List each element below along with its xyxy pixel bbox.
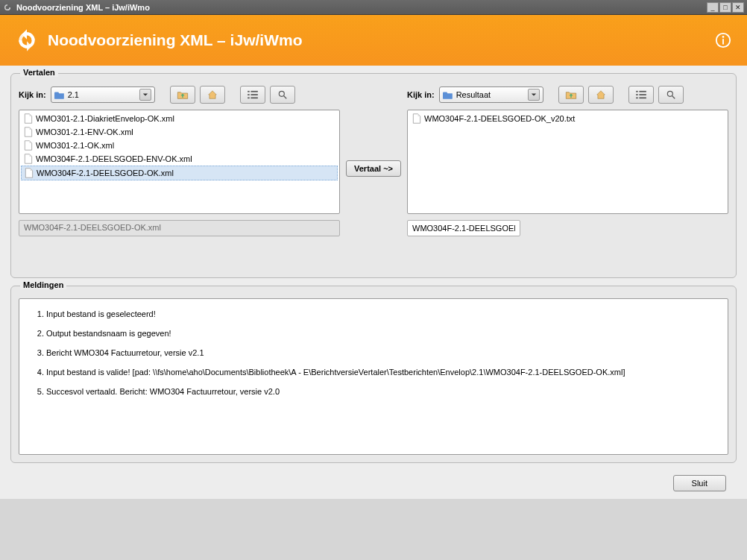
svg-line-10 xyxy=(283,96,286,99)
file-item[interactable]: WMO304F-2.1-DEELSGOED-OK.xml xyxy=(21,166,338,180)
chevron-down-icon xyxy=(139,89,151,101)
file-item[interactable]: WMO301-2.1-OK.xml xyxy=(21,139,338,152)
file-item[interactable]: WMO301-2.1-DiakrietEnvelop-OK.xml xyxy=(21,112,338,125)
svg-point-9 xyxy=(279,91,284,96)
page-title: Noodvoorziening XML – iJw/iWmo xyxy=(48,31,302,49)
target-filename-field[interactable] xyxy=(407,220,520,236)
info-button[interactable] xyxy=(714,31,732,49)
home-button-left[interactable] xyxy=(200,86,225,104)
meldingen-fieldset: Meldingen Input bestand is geselecteerd!… xyxy=(10,286,737,463)
target-file-list[interactable]: WMO304F-2.1-DEELSGOED-OK_v20.txt xyxy=(407,110,728,214)
message-item: Input bestand is geselecteerd! xyxy=(46,309,714,318)
vertalen-fieldset: Vertalen Kijk in: 2.1 xyxy=(10,73,737,278)
file-name: WMO304F-2.1-DEELSGOED-OK_v20.txt xyxy=(424,114,575,123)
svg-rect-13 xyxy=(636,94,638,95)
file-name: WMO301-2.1-DiakrietEnvelop-OK.xml xyxy=(36,114,174,123)
up-folder-button-right[interactable] xyxy=(558,86,584,104)
source-filename-field: WMO304F-2.1-DEELSGOED-OK.xml xyxy=(19,220,340,236)
header-banner: Noodvoorziening XML – iJw/iWmo xyxy=(0,15,747,66)
svg-rect-12 xyxy=(639,91,646,92)
file-icon xyxy=(24,127,33,137)
svg-rect-8 xyxy=(250,97,257,98)
file-name: WMO304F-2.1-DEELSGOED-ENV-OK.xml xyxy=(36,154,192,163)
svg-line-18 xyxy=(672,96,675,99)
file-item[interactable]: WMO301-2.1-ENV-OK.xml xyxy=(21,125,338,139)
meldingen-legend: Meldingen xyxy=(20,280,66,289)
title-bar: Noodvoorziening XML – iJw/iWmo _ □ ✕ xyxy=(0,0,747,15)
target-panel: Kijk in: Resultaat xyxy=(407,86,728,270)
look-in-label-left: Kijk in: xyxy=(19,90,46,99)
svg-rect-14 xyxy=(639,94,646,95)
svg-point-1 xyxy=(722,36,725,38)
svg-rect-5 xyxy=(248,94,250,95)
minimize-button[interactable]: _ xyxy=(707,2,719,13)
svg-rect-6 xyxy=(250,94,257,95)
look-in-label-right: Kijk in: xyxy=(407,90,435,99)
details-view-button-right[interactable] xyxy=(658,86,684,104)
file-item[interactable]: WMO304F-2.1-DEELSGOED-ENV-OK.xml xyxy=(21,152,338,166)
list-view-button-left[interactable] xyxy=(240,86,265,104)
message-item: Output bestandsnaam is gegeven! xyxy=(46,329,714,338)
folder-icon xyxy=(54,90,65,99)
app-icon xyxy=(3,3,12,12)
messages-list: Input bestand is geselecteerd!Output bes… xyxy=(33,309,714,396)
file-icon xyxy=(24,154,33,164)
source-panel: Kijk in: 2.1 xyxy=(19,86,340,270)
messages-box: Input bestand is geselecteerd!Output bes… xyxy=(19,298,728,455)
file-icon xyxy=(25,168,34,178)
file-icon xyxy=(24,140,33,151)
source-file-list[interactable]: WMO301-2.1-DiakrietEnvelop-OK.xmlWMO301-… xyxy=(19,110,340,214)
close-button[interactable]: Sluit xyxy=(673,475,726,491)
chevron-down-icon xyxy=(528,89,540,101)
svg-point-17 xyxy=(667,91,672,96)
details-view-button-left[interactable] xyxy=(270,86,295,104)
close-window-button[interactable]: ✕ xyxy=(732,2,744,13)
svg-rect-7 xyxy=(248,97,250,98)
file-icon xyxy=(24,113,33,124)
home-button-right[interactable] xyxy=(588,86,614,104)
file-name: WMO301-2.1-OK.xml xyxy=(36,141,114,150)
translate-button[interactable]: Vertaal ~> xyxy=(346,160,401,177)
refresh-icon xyxy=(15,28,39,52)
svg-rect-16 xyxy=(639,97,646,98)
svg-rect-15 xyxy=(636,97,638,98)
svg-rect-11 xyxy=(636,91,638,92)
file-item[interactable]: WMO304F-2.1-DEELSGOED-OK_v20.txt xyxy=(409,112,726,125)
folder-icon xyxy=(443,90,453,99)
message-item: Input bestand is valide! [pad: \\fs\home… xyxy=(46,368,714,377)
message-item: Succesvol vertaald. Bericht: WMO304 Fact… xyxy=(46,387,714,396)
combo-value-left: 2.1 xyxy=(68,90,139,99)
maximize-button[interactable]: □ xyxy=(719,2,731,13)
look-in-combo-right[interactable]: Resultaat xyxy=(439,86,543,103)
svg-rect-2 xyxy=(722,39,724,44)
file-name: WMO304F-2.1-DEELSGOED-OK.xml xyxy=(37,169,174,177)
message-item: Bericht WMO304 Factuurretour, versie v2.… xyxy=(46,348,714,357)
combo-value-right: Resultaat xyxy=(456,90,528,99)
window-title: Noodvoorziening XML – iJw/iWmo xyxy=(16,3,706,12)
up-folder-button-left[interactable] xyxy=(170,86,195,104)
svg-rect-3 xyxy=(248,91,250,92)
svg-rect-4 xyxy=(250,91,257,92)
file-name: WMO301-2.1-ENV-OK.xml xyxy=(36,128,133,136)
list-view-button-right[interactable] xyxy=(628,86,654,104)
vertalen-legend: Vertalen xyxy=(20,68,58,77)
look-in-combo-left[interactable]: 2.1 xyxy=(51,86,155,103)
file-icon xyxy=(412,113,421,124)
